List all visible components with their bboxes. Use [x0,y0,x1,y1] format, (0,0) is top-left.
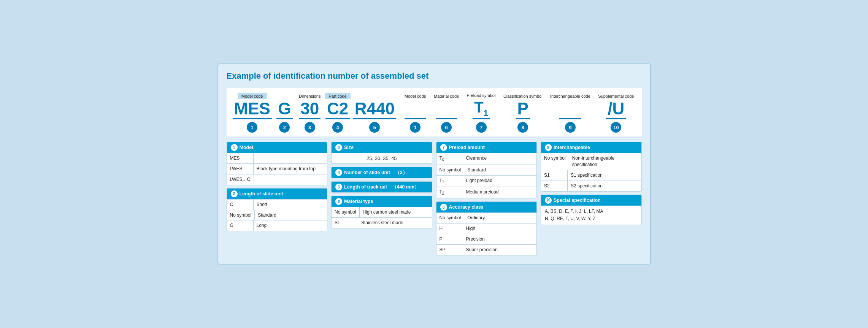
label-model-code-1: Model code [238,93,267,99]
cell-c-val: Short [254,200,327,210]
special-text-1: A, BS, D, E, F, [545,209,575,214]
table-row: No symbol Standard [227,210,327,220]
segment-u: Supplemental code /U 10 [597,93,635,133]
cell-t2-val: Medium preload [463,187,537,198]
table-material-type-title: Material type [344,199,373,204]
table-row: P Precision [436,234,537,244]
segment-blank-material: Material code 6 [432,93,460,133]
table-accuracy-header: 8 Accuracy class [436,202,537,212]
table-preload-title: Preload amount [449,145,485,150]
circle-8: 8 [517,122,528,133]
code-30: 30 [299,100,321,119]
segment-mes: Model code MES 1 [233,93,272,133]
cell-s1-sym: S1 [541,170,568,181]
table-row: T2 Medium preload [436,187,537,198]
code-blank-model [405,100,426,119]
label-supplemental-code: Supplemental code [597,93,635,99]
code-g: G [276,100,292,119]
cell-lwesq-sym: LWES…Q [227,174,254,185]
table-col-4: 9 Interchangeable No symbol Non-intercha… [541,142,642,255]
table-material-type: 6 Material type No symbol High carbon st… [331,196,432,228]
table-col-2: 3 Size 25, 30, 35, 45 4 Number of slide … [331,142,432,255]
cell-lwes-sym: LWES [227,164,254,174]
segment-c2: Part code C2 4 [325,93,351,133]
table-interchangeable: 9 Interchangeable No symbol Non-intercha… [541,142,642,191]
code-blank-interchangeable [559,100,581,119]
circle-5: 5 [369,122,380,133]
table-special-spec: 10 Special specification A, BS, D, E, F,… [541,195,642,225]
circle-3: 3 [305,122,315,133]
table-row: LWES Block type mounting from top [227,163,327,174]
table-row: SP Super precision [436,244,537,255]
cell-lwes-val: Block type mounting from top [254,164,327,174]
table-row: S2 S2 specification [541,181,641,191]
label-preload-symbol: Preload symbol [465,92,497,98]
cell-h-val: High [463,223,537,234]
table-model-title: Model [240,145,253,150]
circle-4: 4 [332,122,343,133]
main-container: Example of identification number of asse… [217,63,651,264]
table-preload: 7 Preload amount Tc Clearance No symbol … [436,142,537,198]
code-r440: R440 [353,100,396,119]
circle-7: 7 [476,122,487,133]
table-row: SL Stainless steel made [332,217,432,228]
label-empty-g [282,93,287,99]
segment-t1: Preload symbol T1 7 [465,92,497,133]
table-size: 3 Size 25, 30, 35, 45 [331,142,432,164]
header-circle-2: 2 [231,190,238,197]
table-track-rail-title: Length of track rail （440 mm） [344,184,419,190]
header-circle-10: 10 [545,197,552,204]
table-row: S1 S1 specification [541,170,641,181]
circle-6: 6 [441,122,452,133]
table-col-3: 7 Preload amount Tc Clearance No symbol … [436,142,537,255]
cell-nosym-inter-sym: No symbol [541,153,569,170]
table-special-spec-header: 10 Special specification [541,195,641,206]
segment-r440: R440 5 [353,93,396,133]
cell-nosym-acc-sym: No symbol [436,213,465,223]
segment-blank-interchangeable: Interchangeable code 9 [549,93,592,133]
table-interchangeable-title: Interchangeable [554,145,590,150]
table-model-header: 1 Model [227,142,327,153]
label-classification-symbol: Classification symbol [502,93,544,99]
header-circle-1: 1 [231,144,238,151]
diagram-section: Model code MES 1 G 2 Dimensions 30 3 Pa [227,88,642,136]
cell-nosym-inter-val: Non-interchangeable specification [569,153,641,170]
table-special-spec-body: A, BS, D, E, F, I, J, L, LF, MAN, Q, RE,… [541,206,641,225]
cell-s2-sym: S2 [541,181,568,191]
cell-sp-sym: SP [436,245,463,255]
header-circle-6: 6 [335,198,342,205]
table-length-slide-header: 2 Length of slide unit [227,189,327,199]
table-row: T1 Light preload [436,175,537,187]
cell-tc-val: Clearance [463,153,537,164]
code-p: P [516,100,530,119]
cell-nosym-preload-val: Standard [464,165,536,175]
table-num-slide: 4 Number of slide unit （2） [331,167,432,178]
cell-p-val: Precision [463,234,537,244]
cell-nosym-preload-sym: No symbol [436,165,465,175]
table-length-slide: 2 Length of slide unit C Short No symbol… [227,188,328,231]
code-u: /U [606,100,626,119]
table-row: H High [436,223,537,234]
cell-s2-val: S2 specification [568,181,641,191]
cell-h-sym: H [436,223,463,234]
table-accuracy-title: Accuracy class [449,204,484,210]
cell-g-val: Long [254,220,327,231]
cell-sl-val: Stainless steel made [358,218,432,228]
cell-sl-sym: SL [332,218,358,228]
header-circle-9: 9 [545,144,552,151]
cell-nosym-mat-val: High carbon steel made [360,207,432,217]
header-circle-5: 5 [335,184,342,190]
cell-g-sym: G [227,220,254,231]
code-blank-material [436,100,457,119]
cell-t1-sym: T1 [436,176,463,187]
diagram-row: Model code MES 1 G 2 Dimensions 30 3 Pa [233,92,636,133]
table-size-header: 3 Size [332,142,432,153]
label-empty-r440 [373,93,377,99]
cell-c-sym: C [227,200,254,210]
table-num-slide-title: Number of slide unit （2） [344,170,408,176]
cell-nosym-mat-sym: No symbol [332,207,360,217]
cell-nosym-slide-val: Standard [255,210,327,220]
table-length-slide-title: Length of slide unit [240,191,283,196]
table-preload-header: 7 Preload amount [436,142,537,153]
table-interchangeable-header: 9 Interchangeable [541,142,641,153]
